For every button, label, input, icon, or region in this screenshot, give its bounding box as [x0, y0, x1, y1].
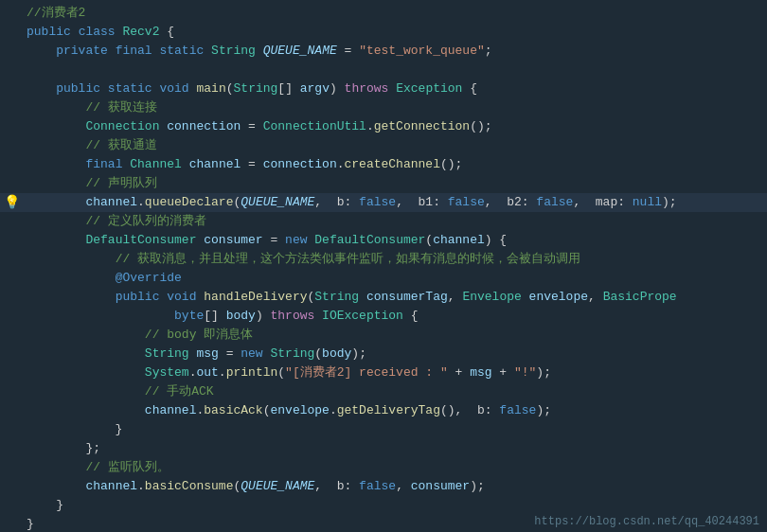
code-line-3: private final static String QUEUE_NAME =…	[0, 42, 767, 61]
code-line-8: // 获取通道	[0, 136, 767, 155]
code-line-17: byte[] body) throws IOException {	[0, 307, 767, 326]
code-line-2: public class Recv2 {	[0, 23, 767, 42]
code-line-5: public static void main(String[] argv) t…	[0, 80, 767, 98]
code-editor: //消费者2 public class Recv2 { private fina…	[0, 0, 767, 532]
code-line-12: // 定义队列的消费者	[0, 212, 767, 231]
code-line-11: 💡 channel.queueDeclare(QUEUE_NAME, b: fa…	[0, 193, 767, 212]
code-line-13: DefaultConsumer consumer = new DefaultCo…	[0, 231, 767, 250]
code-line-23: }	[0, 420, 767, 439]
code-line-19: String msg = new String(body);	[0, 345, 767, 364]
code-line-4	[0, 61, 767, 80]
code-line-27: }	[0, 496, 767, 515]
code-line-10: // 声明队列	[0, 174, 767, 193]
code-line-25: // 监听队列。	[0, 458, 767, 477]
code-line-1: //消费者2	[0, 4, 767, 23]
code-line-7: Connection connection = ConnectionUtil.g…	[0, 117, 767, 136]
code-line-9: final Channel channel = connection.creat…	[0, 155, 767, 174]
code-line-14: // 获取消息，并且处理，这个方法类似事件监听，如果有消息的时候，会被自动调用	[0, 250, 767, 269]
code-line-26: channel.basicConsume(QUEUE_NAME, b: fals…	[0, 477, 767, 496]
watermark: https://blog.csdn.net/qq_40244391	[534, 515, 759, 528]
code-line-18: // body 即消息体	[0, 326, 767, 345]
code-line-16: public void handleDelivery(String consum…	[0, 288, 767, 307]
code-line-20: System.out.println("[消费者2] received : " …	[0, 364, 767, 382]
code-line-21: // 手动ACK	[0, 382, 767, 401]
code-line-15: @Override	[0, 269, 767, 288]
lightbulb-icon[interactable]: 💡	[4, 193, 19, 212]
code-line-22: channel.basicAck(envelope.getDeliveryTag…	[0, 401, 767, 420]
code-line-6: // 获取连接	[0, 98, 767, 117]
code-line-24: };	[0, 439, 767, 458]
